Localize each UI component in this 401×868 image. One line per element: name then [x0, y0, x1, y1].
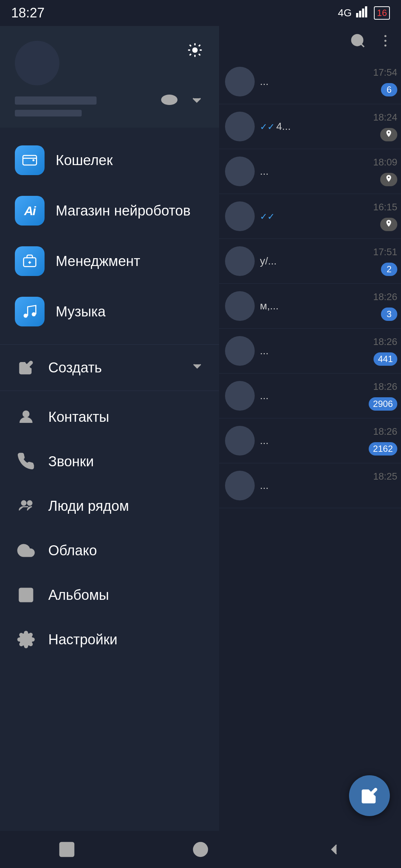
- sidebar-item-create[interactable]: Создать: [0, 345, 219, 391]
- brightness-icon[interactable]: [186, 41, 204, 59]
- nav-square-button[interactable]: [52, 835, 82, 864]
- svg-point-34: [193, 842, 208, 857]
- svg-point-4: [192, 47, 198, 53]
- nav-home-button[interactable]: [186, 835, 215, 864]
- chat-item[interactable]: ... 18:09: [219, 149, 401, 194]
- chat-avatar: [225, 157, 255, 186]
- chat-time: 18:24: [373, 112, 397, 123]
- chat-item[interactable]: ... 18:25: [219, 463, 401, 508]
- chat-badge: [380, 128, 397, 141]
- chat-avatar: [225, 246, 255, 276]
- chat-avatar: [225, 112, 255, 141]
- chat-badge: 441: [374, 352, 397, 366]
- chat-time: 18:25: [373, 471, 397, 482]
- svg-point-21: [32, 312, 36, 316]
- chat-time: 18:26: [373, 381, 397, 392]
- chat-header: [219, 26, 401, 59]
- chat-time: 18:26: [373, 426, 397, 437]
- contacts-label: Контакты: [48, 409, 109, 425]
- sidebar-item-management[interactable]: Менеджмент: [0, 236, 219, 286]
- chat-time: 17:51: [373, 246, 397, 258]
- sidebar-item-music[interactable]: Музыка: [0, 286, 219, 337]
- sidebar-item-nearby[interactable]: Люди рядом: [0, 484, 219, 528]
- svg-point-20: [24, 314, 28, 318]
- profile-chevron-icon[interactable]: [189, 93, 204, 111]
- chat-item[interactable]: ✓✓4... 18:24: [219, 104, 401, 149]
- chat-item[interactable]: ... 18:26 441: [219, 329, 401, 374]
- cloud-icon: [15, 539, 37, 562]
- chat-item[interactable]: м,... 18:26 3: [219, 284, 401, 329]
- sidebar-item-wallet[interactable]: Кошелек: [0, 135, 219, 185]
- chat-panel: ... 17:54 6 ✓✓4... 18:24: [219, 26, 401, 831]
- svg-point-30: [384, 35, 387, 37]
- management-label: Менеджмент: [56, 253, 140, 269]
- chat-item[interactable]: ... 18:26 2906: [219, 374, 401, 418]
- more-options-button[interactable]: [377, 33, 394, 53]
- svg-point-24: [27, 501, 32, 505]
- profile-section: [0, 26, 219, 128]
- chat-badge: 2: [381, 263, 397, 276]
- svg-rect-2: [362, 9, 364, 17]
- app-container: Кошелек Ai Магазин нейроботов Менеджмент: [0, 26, 401, 831]
- sidebar-item-albums[interactable]: Альбомы: [0, 573, 219, 617]
- svg-rect-33: [60, 842, 74, 857]
- svg-point-23: [22, 501, 26, 505]
- nearby-label: Люди рядом: [48, 498, 129, 514]
- chat-item[interactable]: ... 18:26 2162: [219, 418, 401, 463]
- avatar[interactable]: [15, 41, 59, 85]
- svg-line-10: [199, 54, 200, 55]
- compose-fab-button[interactable]: [349, 775, 390, 816]
- wallet-app-icon: [15, 145, 45, 175]
- bars-icon: [356, 6, 369, 20]
- chat-name: ...: [260, 76, 268, 87]
- music-label: Музыка: [56, 304, 105, 320]
- management-app-icon: [15, 246, 45, 276]
- sidebar: Кошелек Ai Магазин нейроботов Менеджмент: [0, 26, 219, 831]
- chat-name: ...: [260, 435, 268, 446]
- app-menu-section: Кошелек Ai Магазин нейроботов Менеджмент: [0, 128, 219, 345]
- cloud-label: Облако: [48, 543, 97, 559]
- chat-item[interactable]: ... 17:54 6: [219, 59, 401, 104]
- chat-name: ...: [260, 345, 268, 356]
- nav-back-button[interactable]: [319, 835, 349, 864]
- chat-item[interactable]: y/... 17:51 2: [219, 239, 401, 284]
- status-bar: 18:27 4G 16: [0, 0, 401, 26]
- svg-point-31: [384, 40, 387, 42]
- battery-indicator: 16: [374, 6, 390, 20]
- chat-name: ...: [260, 390, 268, 401]
- create-section: Создать: [0, 345, 219, 391]
- chat-name: ...: [260, 165, 268, 177]
- sidebar-item-cloud[interactable]: Облако: [0, 528, 219, 573]
- nearby-icon: [15, 495, 37, 517]
- chat-avatar: [225, 67, 255, 96]
- profile-actions: [160, 91, 204, 113]
- signal-icon: 4G: [338, 7, 352, 19]
- sidebar-item-settings[interactable]: Настройки: [0, 617, 219, 662]
- calls-label: Звонки: [48, 454, 94, 470]
- chat-list: ... 17:54 6 ✓✓4... 18:24: [219, 59, 401, 508]
- chat-item[interactable]: ✓✓ 16:15: [219, 194, 401, 239]
- chat-badge: 3: [381, 308, 397, 321]
- calls-icon: [15, 450, 37, 473]
- chat-badge: [380, 218, 397, 231]
- chat-name: y/...: [260, 255, 277, 267]
- sidebar-item-contacts[interactable]: Контакты: [0, 395, 219, 439]
- svg-rect-3: [365, 6, 367, 17]
- visibility-icon[interactable]: [160, 91, 178, 113]
- create-label: Создать: [48, 360, 190, 376]
- search-button[interactable]: [350, 33, 366, 53]
- chat-badge: 2906: [369, 397, 397, 411]
- chat-time: 18:26: [373, 336, 397, 348]
- sidebar-item-calls[interactable]: Звонки: [0, 439, 219, 484]
- svg-rect-1: [359, 11, 361, 17]
- chat-name: м,...: [260, 300, 278, 312]
- contacts-icon: [15, 406, 37, 428]
- svg-line-11: [190, 54, 191, 55]
- svg-point-28: [352, 35, 363, 46]
- settings-icon: [15, 628, 37, 651]
- chat-name: ✓✓4...: [260, 121, 291, 132]
- chat-badge: 2162: [369, 442, 397, 456]
- sidebar-item-ai-store[interactable]: Ai Магазин нейроботов: [0, 185, 219, 236]
- albums-icon: [15, 584, 37, 606]
- chat-avatar: [225, 291, 255, 321]
